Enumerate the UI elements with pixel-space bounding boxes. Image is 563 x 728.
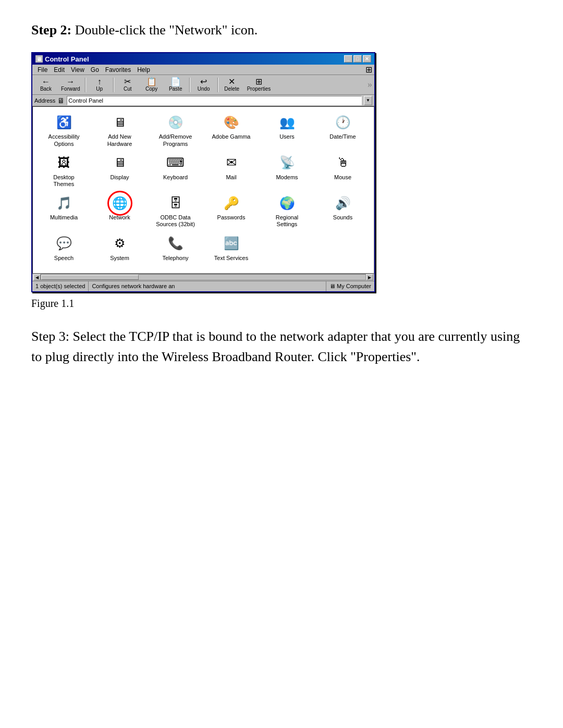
text-services-label: Text Services <box>214 255 248 262</box>
minimize-button[interactable]: _ <box>344 55 352 63</box>
menu-edit[interactable]: Edit <box>51 66 68 74</box>
forward-icon: → <box>66 78 75 86</box>
horizontal-scrollbar[interactable] <box>41 274 366 280</box>
figure-caption: Figure 1.1 <box>31 298 532 310</box>
sidebar-item-users[interactable]: 👥 Users <box>260 111 314 149</box>
cut-label: Cut <box>124 86 132 92</box>
undo-button[interactable]: ↩ Undo <box>192 76 215 93</box>
users-icon: 👥 <box>278 113 297 132</box>
sidebar-item-regional[interactable]: 🌍 RegionalSettings <box>260 192 314 230</box>
menu-file[interactable]: File <box>34 66 51 74</box>
sidebar-item-add-hardware[interactable]: 🖥 Add NewHardware <box>93 111 146 149</box>
delete-label: Delete <box>224 86 239 92</box>
scroll-left-button[interactable]: ◀ <box>33 274 41 280</box>
cut-button[interactable]: ✂ Cut <box>116 76 139 93</box>
toolbar-end[interactable]: » <box>368 79 372 90</box>
toolbar-divider-2 <box>113 78 114 92</box>
sidebar-item-adobe-gamma[interactable]: 🎨 Adobe Gamma <box>204 111 258 149</box>
add-hardware-icon: 🖥 <box>111 113 129 132</box>
mail-icon: ✉ <box>222 154 241 172</box>
desktop-themes-label: DesktopThemes <box>53 174 74 188</box>
scroll-right-button[interactable]: ▶ <box>366 274 373 280</box>
paste-button[interactable]: 📄 Paste <box>164 76 187 93</box>
computer-icon: 🖥 <box>329 283 335 289</box>
sidebar-item-sounds[interactable]: 🔊 Sounds <box>316 192 370 230</box>
copy-button[interactable]: 📋 Copy <box>140 76 163 93</box>
sidebar-item-speech[interactable]: 💬 Speech <box>37 232 91 269</box>
keyboard-label: Keyboard <box>163 174 188 181</box>
menu-go[interactable]: Go <box>88 66 102 74</box>
maximize-button[interactable]: □ <box>353 55 362 63</box>
sidebar-item-mouse[interactable]: 🖱 Mouse <box>316 152 370 190</box>
sidebar-item-desktop-themes[interactable]: 🖼 DesktopThemes <box>37 152 91 190</box>
regional-label: RegionalSettings <box>276 214 298 228</box>
toolbar-toggle[interactable]: ⊞ <box>365 65 372 75</box>
back-label: Back <box>40 86 52 92</box>
multimedia-icon: 🎵 <box>55 194 74 213</box>
mouse-label: Mouse <box>334 174 351 181</box>
title-bar-left: 🖥 Control Panel <box>35 55 89 63</box>
window-icon: 🖥 <box>35 55 43 63</box>
telephony-icon: 📞 <box>166 235 185 253</box>
modems-label: Modems <box>276 174 298 181</box>
network-icon-wrapper: 🌐 <box>111 194 129 213</box>
address-input[interactable]: Control Panel <box>67 96 362 105</box>
datetime-icon: 🕐 <box>334 113 352 132</box>
system-icon: ⚙ <box>111 235 129 253</box>
step2-heading: Step 2: Double-click the "Network" icon. <box>31 21 532 40</box>
datetime-label: Date/Time <box>329 133 356 140</box>
undo-icon: ↩ <box>200 78 207 86</box>
address-dropdown[interactable]: ▼ <box>364 96 372 105</box>
sounds-icon: 🔊 <box>334 194 352 213</box>
back-button[interactable]: ← Back <box>34 76 57 93</box>
menu-view[interactable]: View <box>68 66 88 74</box>
toolbar: ← Back → Forward ↑ Up ✂ Cut 📋 Copy 📄 Pas… <box>32 75 374 95</box>
scrollbar-area: ◀ ▶ <box>32 274 374 281</box>
add-remove-icon: 💿 <box>166 113 185 132</box>
sidebar-item-network[interactable]: 🌐 Network <box>93 192 146 230</box>
sounds-label: Sounds <box>333 214 352 221</box>
up-button[interactable]: ↑ Up <box>88 76 111 93</box>
status-selected-text: 1 object(s) selected <box>35 283 85 289</box>
address-bar-icon: 🖥 <box>57 96 65 105</box>
mouse-icon: 🖱 <box>334 154 352 172</box>
sidebar-item-add-remove[interactable]: 💿 Add/RemovePrograms <box>149 111 202 149</box>
adobe-gamma-label: Adobe Gamma <box>212 133 251 140</box>
desktop-themes-icon: 🖼 <box>55 154 74 172</box>
copy-icon: 📋 <box>146 78 157 86</box>
sidebar-item-multimedia[interactable]: 🎵 Multimedia <box>37 192 91 230</box>
status-computer: 🖥 My Computer <box>326 282 374 290</box>
keyboard-icon: ⌨ <box>166 154 185 172</box>
computer-label: My Computer <box>337 283 371 289</box>
menu-help[interactable]: Help <box>134 66 153 74</box>
display-label: Display <box>110 174 129 181</box>
step2-label: Step 2: <box>31 22 71 38</box>
sidebar-item-text-services[interactable]: 🔤 Text Services <box>204 232 258 269</box>
sidebar-item-telephony[interactable]: 📞 Telephony <box>149 232 202 269</box>
sidebar-item-keyboard[interactable]: ⌨ Keyboard <box>149 152 202 190</box>
modems-icon: 📡 <box>278 154 297 172</box>
sidebar-item-display[interactable]: 🖥 Display <box>93 152 146 190</box>
network-icon: 🌐 <box>111 194 129 213</box>
sidebar-item-passwords[interactable]: 🔑 Passwords <box>204 192 258 230</box>
network-label: Network <box>109 214 130 221</box>
menu-favorites[interactable]: Favorites <box>102 66 134 74</box>
adobe-gamma-icon: 🎨 <box>222 113 241 132</box>
sidebar-item-accessibility[interactable]: ♿ AccessibilityOptions <box>37 111 91 149</box>
undo-label: Undo <box>198 86 210 92</box>
title-bar-buttons: _ □ ✕ <box>344 55 371 63</box>
sidebar-item-mail[interactable]: ✉ Mail <box>204 152 258 190</box>
step3-heading: Step 3: Select the TCP/IP that is bound … <box>31 326 532 367</box>
forward-button[interactable]: → Forward <box>58 76 83 93</box>
properties-button[interactable]: ⊞ Properties <box>244 76 274 93</box>
sidebar-item-datetime[interactable]: 🕐 Date/Time <box>316 111 370 149</box>
delete-button[interactable]: ✕ Delete <box>221 76 243 93</box>
sidebar-item-odbc[interactable]: 🗄 ODBC DataSources (32bit) <box>149 192 202 230</box>
up-icon: ↑ <box>97 78 102 86</box>
close-button[interactable]: ✕ <box>363 55 371 63</box>
sidebar-item-system[interactable]: ⚙ System <box>93 232 146 269</box>
display-icon: 🖥 <box>111 154 129 172</box>
accessibility-label: AccessibilityOptions <box>48 133 80 147</box>
multimedia-label: Multimedia <box>50 214 78 221</box>
sidebar-item-modems[interactable]: 📡 Modems <box>260 152 314 190</box>
